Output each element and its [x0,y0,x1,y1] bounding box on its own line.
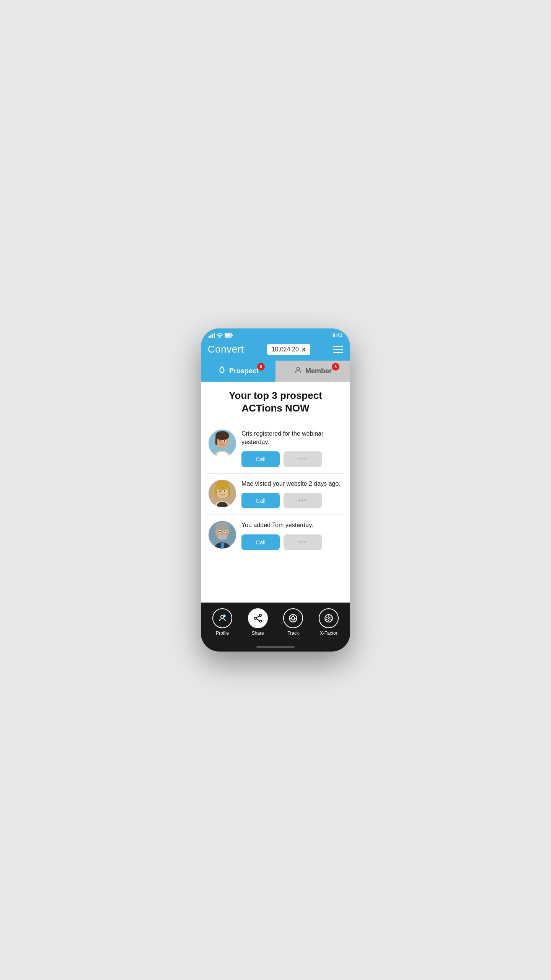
more-button-1[interactable]: ··· [284,451,322,467]
svg-rect-33 [221,543,224,549]
prospect-icon [218,366,226,376]
call-button-1[interactable]: Call [241,451,280,467]
member-badge: 3 [332,363,339,371]
bottom-nav: + Profile Share [201,603,350,644]
section-title: Your top 3 prospect ACTions NOW [207,389,344,414]
action-buttons-1: Call ··· [241,451,342,467]
svg-point-45 [259,614,261,616]
svg-rect-0 [209,336,210,338]
avatar-cris [209,430,236,457]
track-icon [288,613,298,623]
profile-nav-icon: + [212,608,232,628]
xfactor-nav-label: X-Factor [320,630,337,636]
svg-point-40 [224,531,225,532]
svg-point-19 [224,440,225,442]
wifi-icon [217,333,223,338]
more-button-3[interactable]: ··· [284,534,322,550]
tab-member-label: Member [305,367,332,375]
avatar-tom [209,521,236,549]
phone-frame: 9:41 Convert 10,024.20 X [201,328,350,652]
prospect-badge: 6 [257,363,265,371]
profile-nav-label: Profile [216,630,229,636]
svg-point-39 [219,531,221,532]
xfactor-icon [324,613,334,623]
svg-point-50 [292,617,295,620]
svg-rect-3 [214,333,215,338]
action-item-3: You added Tom yesterday. Call ··· [207,515,344,556]
svg-point-14 [215,431,229,440]
balance-value: 10,024.20 [272,346,299,353]
svg-text:+: + [224,615,225,617]
svg-point-30 [224,490,225,492]
nav-item-share[interactable]: Share [248,608,268,636]
profile-icon: + [218,614,227,623]
tab-bar: Prospect 6 Member 3 [201,361,350,382]
svg-rect-25 [215,487,217,497]
status-time: 9:41 [333,332,342,338]
track-nav-icon [283,608,303,628]
action-item-1: Cris registered for the webinar yesterda… [207,423,344,474]
nav-item-xfactor[interactable]: X-Factor [319,608,339,636]
home-indicator [201,644,350,652]
hamburger-menu[interactable] [333,346,343,353]
share-nav-label: Share [252,630,264,636]
phone-screen: 9:41 Convert 10,024.20 X [201,328,350,652]
action-text-3: You added Tom yesterday. [241,521,342,529]
track-nav-label: Track [287,630,299,636]
action-text-1: Cris registered for the webinar yesterda… [241,430,342,447]
tab-member[interactable]: Member 3 [276,361,350,382]
svg-point-4 [219,337,220,337]
app-title: Convert [208,343,244,355]
main-content: Your top 3 prospect ACTions NOW [201,382,350,603]
avatar-tom-img [209,521,236,549]
action-info-2: Mae visted your website 2 days ago. Call… [241,480,342,508]
call-button-3[interactable]: Call [241,534,280,550]
svg-rect-2 [212,334,213,338]
svg-rect-7 [225,334,231,336]
svg-line-47 [256,616,259,617]
svg-point-44 [254,617,256,619]
signal-icon [209,333,215,338]
hamburger-line-1 [333,346,343,347]
hamburger-line-2 [333,349,343,350]
svg-rect-6 [232,335,233,336]
svg-line-48 [256,619,259,621]
call-button-2[interactable]: Call [241,493,280,508]
tab-prospect[interactable]: Prospect 6 [201,361,276,382]
svg-point-36 [217,534,227,540]
member-icon [294,366,302,376]
svg-point-18 [219,440,221,442]
action-info-3: You added Tom yesterday. Call ··· [241,521,342,550]
nav-item-profile[interactable]: + Profile [212,608,232,636]
svg-rect-1 [210,335,212,338]
avatar-mae-img [209,480,236,507]
balance-close[interactable]: X [302,346,306,353]
xfactor-nav-icon [319,608,339,628]
more-button-2[interactable]: ··· [284,493,322,508]
svg-rect-15 [215,437,217,445]
hamburger-line-3 [333,352,343,353]
balance-display[interactable]: 10,024.20 X [267,344,310,355]
svg-rect-26 [228,487,230,497]
home-bar [256,646,295,648]
action-buttons-2: Call ··· [241,493,342,508]
svg-point-29 [219,490,221,492]
tab-prospect-label: Prospect [229,367,259,375]
svg-point-24 [215,480,229,490]
header: Convert 10,024.20 X [201,340,350,361]
svg-point-46 [259,620,261,622]
action-info-1: Cris registered for the webinar yesterda… [241,430,342,467]
share-icon [253,613,263,623]
nav-item-track[interactable]: Track [283,608,303,636]
action-text-2: Mae visted your website 2 days ago. [241,480,342,488]
status-bar: 9:41 [201,328,350,340]
avatar-mae [209,480,236,507]
status-left [209,333,233,338]
action-item-2: Mae visted your website 2 days ago. Call… [207,474,344,515]
avatar-cris-img [209,430,236,457]
share-nav-icon [248,608,268,628]
action-buttons-3: Call ··· [241,534,342,550]
svg-point-35 [215,522,229,531]
battery-icon [225,333,233,338]
svg-point-8 [297,368,299,370]
